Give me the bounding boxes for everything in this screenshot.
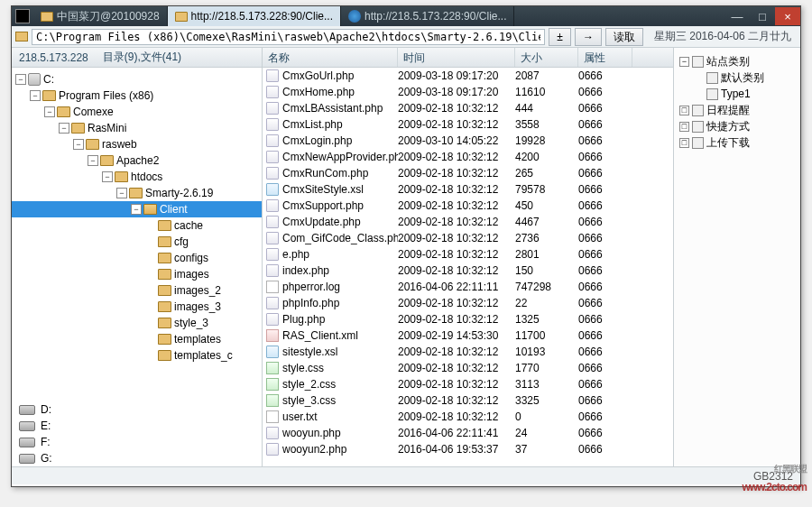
expand-toggle[interactable] [694, 73, 704, 83]
file-row[interactable]: index.php2009-02-18 10:32:121500666 [263, 263, 673, 279]
tree-node[interactable]: images [12, 266, 262, 282]
tree-node[interactable]: −Apache2 [12, 152, 262, 169]
expand-toggle[interactable] [145, 269, 156, 280]
tree-node[interactable]: templates [12, 331, 262, 347]
file-row[interactable]: wooyun.php2016-04-06 22:11:41240666 [263, 425, 673, 441]
file-row[interactable]: CmxLogin.php2009-03-10 14:05:22199280666 [263, 133, 673, 149]
file-name: CmxLogin.php [282, 134, 352, 147]
drive-item[interactable]: D: [19, 401, 262, 418]
file-row[interactable]: RAS_Client.xml2009-02-19 14:53:301170006… [263, 327, 673, 344]
go-button[interactable]: → [575, 28, 602, 46]
tree-node[interactable]: −rasweb [12, 136, 262, 152]
file-row[interactable]: CmxRunCom.php2009-02-18 10:32:122650666 [263, 165, 673, 181]
file-row[interactable]: CmxGoUrl.php2009-03-18 09:17:2020870666 [263, 68, 673, 84]
expand-toggle[interactable]: − [116, 188, 127, 198]
file-row[interactable]: CmxLBAssistant.php2009-02-18 10:32:12444… [263, 100, 673, 116]
tree-node[interactable]: cfg [12, 234, 262, 250]
expand-toggle[interactable] [145, 350, 156, 361]
expand-toggle[interactable] [145, 220, 156, 231]
col-attr[interactable]: 属性 [578, 48, 632, 67]
file-row[interactable]: CmxSiteStyle.xsl2009-02-18 10:32:1279578… [263, 181, 673, 198]
category-node[interactable]: Type1 [678, 86, 797, 102]
file-icon [266, 232, 279, 244]
tree-node[interactable]: −Program Files (x86) [12, 88, 262, 104]
expand-toggle[interactable]: − [44, 106, 55, 117]
expand-toggle[interactable]: □ [679, 138, 689, 148]
expand-toggle[interactable] [145, 334, 156, 345]
file-row[interactable]: user.txt2009-02-18 10:32:1200666 [263, 409, 673, 425]
file-row[interactable]: wooyun2.php2016-04-06 19:53:37370666 [263, 441, 673, 457]
file-size: 2736 [515, 232, 578, 244]
category-node[interactable]: □快捷方式 [678, 118, 797, 134]
path-input[interactable] [32, 29, 545, 45]
file-row[interactable]: CmxHome.php2009-03-18 09:17:20116100666 [263, 84, 673, 100]
expand-toggle[interactable]: − [88, 155, 98, 166]
expand-toggle[interactable] [145, 236, 156, 247]
tab-2[interactable]: http://218.5.173.228:90/Clie... [341, 6, 514, 26]
expand-toggle[interactable]: − [679, 57, 689, 67]
tree-label: Program Files (x86) [59, 89, 153, 102]
tree-node[interactable]: −RasMini [12, 120, 262, 136]
expand-toggle[interactable]: □ [679, 122, 689, 132]
file-row[interactable]: style_2.css2009-02-18 10:32:1231130666 [263, 376, 673, 392]
tree-node[interactable]: style_3 [12, 315, 262, 331]
file-row[interactable]: CmxSupport.php2009-02-18 10:32:124500666 [263, 198, 673, 214]
expand-toggle[interactable] [694, 89, 704, 99]
star-button[interactable]: ± [549, 28, 571, 46]
tree-node[interactable]: images_3 [12, 299, 262, 315]
drive-item[interactable]: G: [19, 450, 262, 466]
col-time[interactable]: 时间 [398, 48, 515, 67]
expand-toggle[interactable]: □ [679, 106, 689, 115]
tree-node[interactable]: −Smarty-2.6.19 [12, 185, 262, 201]
tab-0[interactable]: 中国菜刀@20100928 [33, 6, 168, 26]
category-node[interactable]: 默认类别 [678, 69, 797, 86]
file-list[interactable]: CmxGoUrl.php2009-03-18 09:17:2020870666C… [263, 68, 673, 466]
file-row[interactable]: phperror.log2016-04-06 22:11:11747298066… [263, 279, 673, 295]
drive-item[interactable]: F: [19, 434, 262, 450]
tab-1[interactable]: http://218.5.173.228:90/Clie... [168, 6, 341, 26]
tree-node[interactable]: cache [12, 217, 262, 234]
expand-toggle[interactable]: − [15, 74, 26, 85]
folder-tree[interactable]: −C:−Program Files (x86)−Comexe−RasMini−r… [12, 68, 262, 396]
col-name[interactable]: 名称 [263, 48, 398, 67]
file-row[interactable]: e.php2009-02-18 10:32:1228010666 [263, 246, 673, 263]
tree-node[interactable]: templates_c [12, 347, 262, 364]
file-icon [266, 394, 279, 407]
read-button[interactable]: 读取 [605, 28, 643, 46]
file-row[interactable]: sitestyle.xsl2009-02-18 10:32:1210193066… [263, 344, 673, 360]
expand-toggle[interactable]: − [73, 139, 84, 150]
expand-toggle[interactable]: − [131, 204, 142, 215]
tree-node[interactable]: −Comexe [12, 104, 262, 120]
file-row[interactable]: CmxUpdate.php2009-02-18 10:32:1244670666 [263, 214, 673, 230]
category-tree[interactable]: −站点类别默认类别Type1□日程提醒□快捷方式□上传下载 [674, 48, 800, 156]
tree-node[interactable]: configs [12, 250, 262, 266]
file-row[interactable]: CmxList.php2009-02-18 10:32:1235580666 [263, 116, 673, 133]
file-row[interactable]: CmxNewAppProvider.php2009-02-18 10:32:12… [263, 149, 673, 165]
file-row[interactable]: Plug.php2009-02-18 10:32:1213250666 [263, 311, 673, 327]
category-node[interactable]: □日程提醒 [678, 102, 797, 118]
expand-toggle[interactable] [145, 301, 156, 312]
category-node[interactable]: □上传下载 [678, 134, 797, 151]
minimize-button[interactable]: — [724, 7, 750, 25]
maximize-button[interactable]: □ [750, 7, 775, 25]
drive-item[interactable]: E: [19, 418, 262, 434]
file-row[interactable]: style.css2009-02-18 10:32:1217700666 [263, 360, 673, 376]
expand-toggle[interactable] [145, 318, 156, 328]
file-row[interactable]: phpInfo.php2009-02-18 10:32:12220666 [263, 295, 673, 311]
expand-toggle[interactable] [145, 285, 156, 296]
file-size: 450 [515, 199, 578, 212]
tree-node[interactable]: −C: [12, 71, 262, 88]
tree-node[interactable]: −Client [12, 201, 262, 217]
expand-toggle[interactable]: − [102, 171, 113, 182]
file-icon [266, 69, 279, 82]
expand-toggle[interactable]: − [59, 123, 69, 134]
close-button[interactable]: × [775, 7, 800, 25]
tree-node[interactable]: −htdocs [12, 169, 262, 185]
expand-toggle[interactable]: − [30, 90, 41, 101]
category-node[interactable]: −站点类别 [678, 53, 797, 69]
col-size[interactable]: 大小 [515, 48, 578, 67]
file-row[interactable]: style_3.css2009-02-18 10:32:1233250666 [263, 392, 673, 409]
file-row[interactable]: Com_GifCode_Class.php2009-02-18 10:32:12… [263, 230, 673, 246]
tree-node[interactable]: images_2 [12, 282, 262, 299]
expand-toggle[interactable] [145, 253, 156, 263]
